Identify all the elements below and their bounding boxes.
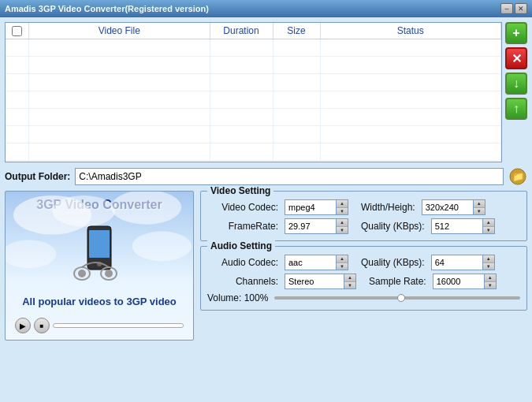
audio-codec-down[interactable]: ▼ [337, 263, 348, 270]
close-button[interactable]: ✕ [515, 3, 527, 14]
table-row [6, 126, 501, 143]
sample-rate-down[interactable]: ▼ [485, 282, 496, 289]
table-row [6, 57, 501, 74]
channels-up[interactable]: ▲ [344, 274, 355, 282]
framerate-up[interactable]: ▲ [337, 219, 348, 227]
app-title: Amadis 3GP Video Converter(Registered ve… [5, 4, 209, 13]
table-row [6, 39, 501, 57]
svg-rect-8 [89, 230, 110, 258]
svg-point-11 [78, 270, 86, 277]
audio-quality-up[interactable]: ▲ [483, 255, 494, 263]
table-row [6, 74, 501, 91]
audio-codec-select: ▲ ▼ [285, 255, 348, 270]
sample-rate-up[interactable]: ▲ [485, 274, 496, 282]
framerate-input[interactable] [285, 218, 336, 234]
channels-row: Channels: ▲ ▼ Sample Rate: ▲ ▼ [207, 274, 520, 289]
add-file-button[interactable]: + [505, 22, 527, 44]
header-checkbox-cell [6, 23, 29, 39]
logo-title: 3GP Video Converter [36, 198, 162, 212]
playback-controls: ▶ ■ [12, 318, 187, 333]
video-setting-group: Video Setting Video Codec: ▲ ▼ Width/Hei… [200, 191, 527, 241]
video-codec-row: Video Codec: ▲ ▼ Width/Heigh: ▲ ▼ [207, 199, 520, 215]
audio-codec-input[interactable] [285, 255, 336, 270]
table-row [6, 91, 501, 109]
width-heigh-down[interactable]: ▼ [474, 208, 485, 215]
video-quality-up[interactable]: ▲ [483, 219, 494, 227]
file-list-container: Video File Duration Size Status + ✕ ↓ ↑ [5, 22, 527, 162]
sample-rate-select: ▲ ▼ [433, 274, 497, 289]
audio-quality-down[interactable]: ▼ [483, 263, 494, 270]
play-button[interactable]: ▶ [15, 318, 31, 333]
channels-select: ▲ ▼ [285, 274, 356, 289]
width-heigh-select: ▲ ▼ [422, 199, 485, 215]
header-duration: Duration [210, 23, 273, 39]
select-all-checkbox[interactable] [12, 26, 22, 36]
phone-icon [68, 222, 131, 285]
audio-setting-group: Audio Setting Audio Codec: ▲ ▼ Quality (… [200, 246, 527, 311]
bottom-area: 3GP Video Converter All popular videos t… [5, 191, 527, 341]
logo-image [68, 222, 131, 285]
video-codec-select: ▲ ▼ [285, 199, 348, 215]
settings-panel: Video Setting Video Codec: ▲ ▼ Width/Hei… [200, 191, 527, 341]
video-setting-title: Video Setting [207, 185, 273, 196]
file-list-rows [6, 39, 501, 162]
remove-file-button[interactable]: ✕ [505, 47, 527, 69]
audio-quality-select: ▲ ▼ [431, 255, 495, 270]
header-size: Size [273, 23, 321, 39]
title-bar: Amadis 3GP Video Converter(Registered ve… [0, 0, 532, 17]
video-quality-label: Quality (KBps): [361, 221, 425, 232]
framerate-row: FrameRate: ▲ ▼ Quality (KBps): ▲ ▼ [207, 218, 520, 234]
video-codec-down[interactable]: ▼ [337, 208, 348, 215]
audio-quality-label: Quality (KBps): [361, 257, 425, 268]
action-buttons: + ✕ ↓ ↑ [505, 22, 527, 162]
svg-point-5 [6, 240, 56, 268]
sample-rate-input[interactable] [433, 274, 484, 289]
output-folder-row: Output Folder: 📁 [5, 167, 527, 186]
header-videofile: Video File [29, 23, 210, 39]
channels-label: Channels: [207, 276, 278, 287]
audio-quality-input[interactable] [431, 255, 482, 270]
video-quality-input[interactable] [431, 218, 482, 234]
audio-codec-label: Audio Codec: [207, 257, 278, 268]
volume-slider[interactable] [274, 296, 520, 300]
framerate-label: FrameRate: [207, 221, 278, 232]
file-list-header: Video File Duration Size Status [6, 23, 501, 39]
minimize-button[interactable]: – [500, 3, 513, 14]
volume-thumb[interactable] [397, 294, 405, 302]
volume-label: Volume: 100% [207, 292, 268, 303]
output-folder-label: Output Folder: [5, 171, 70, 182]
video-codec-input[interactable] [285, 199, 336, 215]
header-status: Status [321, 23, 502, 39]
progress-bar[interactable] [53, 323, 184, 328]
svg-point-13 [105, 270, 113, 277]
browse-folder-button[interactable]: 📁 [508, 167, 527, 186]
table-row [6, 143, 501, 161]
width-heigh-up[interactable]: ▲ [474, 200, 485, 208]
channels-down[interactable]: ▼ [344, 282, 355, 289]
video-quality-down[interactable]: ▼ [483, 227, 494, 234]
main-content: Video File Duration Size Status + ✕ ↓ ↑ [0, 17, 532, 345]
audio-setting-title: Audio Setting [207, 240, 275, 251]
sample-rate-label: Sample Rate: [369, 276, 426, 287]
svg-text:📁: 📁 [512, 170, 524, 182]
move-up-button[interactable]: ↑ [505, 98, 527, 120]
table-row [6, 109, 501, 126]
video-codec-up[interactable]: ▲ [337, 200, 348, 208]
audio-codec-up[interactable]: ▲ [337, 255, 348, 263]
video-quality-select: ▲ ▼ [431, 218, 495, 234]
logo-subtitle: All popular videos to 3GP video [22, 296, 177, 307]
file-list-table: Video File Duration Size Status [5, 22, 502, 162]
output-folder-input[interactable] [75, 168, 504, 185]
framerate-down[interactable]: ▼ [337, 227, 348, 234]
width-heigh-label: Width/Heigh: [361, 202, 415, 213]
channels-input[interactable] [285, 274, 344, 289]
audio-codec-row: Audio Codec: ▲ ▼ Quality (KBps): ▲ ▼ [207, 255, 520, 270]
svg-point-6 [132, 232, 192, 262]
logo-panel: 3GP Video Converter All popular videos t… [5, 191, 194, 341]
stop-button[interactable]: ■ [34, 318, 50, 333]
move-down-button[interactable]: ↓ [505, 73, 527, 95]
window-controls: – ✕ [500, 3, 527, 14]
folder-icon: 📁 [509, 168, 526, 185]
volume-row: Volume: 100% [207, 292, 520, 303]
width-heigh-input[interactable] [422, 199, 473, 215]
